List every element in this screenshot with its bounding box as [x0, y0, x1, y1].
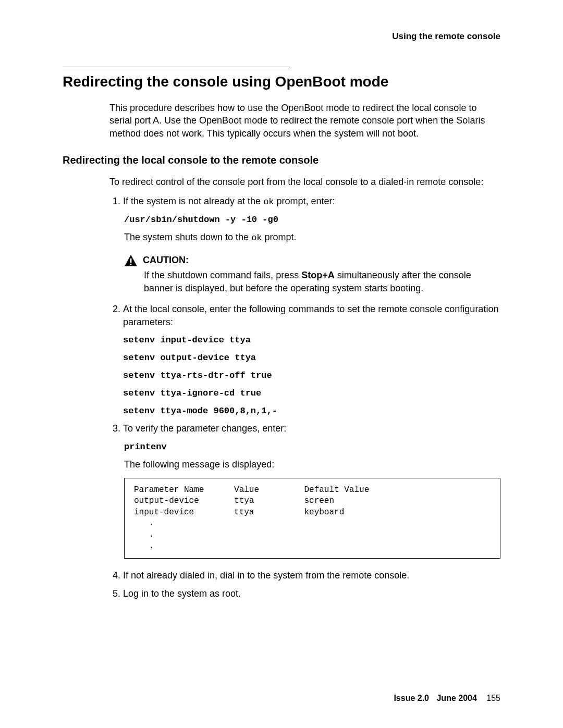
caution-key: Stop+A: [301, 270, 335, 280]
printenv-command: printenv: [124, 441, 500, 453]
caution-text: If the shutdown command fails, press Sto…: [144, 269, 500, 294]
section-title: Redirecting the console using OpenBoot m…: [63, 73, 500, 90]
procedure-block: To redirect control of the console port …: [109, 177, 500, 601]
caution-label: CAUTION:: [143, 254, 189, 267]
step-2: At the local console, enter the followin…: [123, 303, 500, 417]
step1-result-pre: The system shuts down to the: [124, 232, 251, 242]
ok-prompt: ok: [263, 197, 274, 207]
shutdown-command: /usr/sbin/shutdown -y -i0 -g0: [124, 214, 500, 226]
step3-result: The following message is displayed:: [124, 458, 500, 471]
step-3: To verify the parameter changes, enter: …: [123, 422, 500, 559]
subsection-heading: Redirecting the local console to the rem…: [63, 154, 500, 166]
setenv-cmd-4: setenv ttya-ignore-cd true: [123, 387, 500, 400]
step-5: Log in to the system as root.: [123, 587, 500, 600]
caution-pre: If the shutdown command fails, press: [144, 270, 301, 280]
svg-rect-2: [130, 264, 132, 265]
step1-result-post: prompt.: [262, 232, 297, 242]
svg-rect-1: [130, 258, 132, 263]
ok-prompt-2: ok: [251, 233, 262, 243]
caution-header: CAUTION:: [124, 254, 500, 267]
setenv-cmd-2: setenv output-device ttya: [123, 352, 500, 364]
step2-text: At the local console, enter the followin…: [123, 304, 498, 327]
footer-issue: Issue 2.0: [394, 694, 429, 702]
step1-pre: If the system is not already at the: [123, 196, 263, 206]
running-head: Using the remote console: [63, 31, 500, 42]
footer-page-number: 155: [486, 694, 500, 702]
intro-paragraph: This procedure describes how to use the …: [109, 102, 500, 140]
document-page: Using the remote console Redirecting the…: [0, 0, 563, 728]
setenv-cmd-3: setenv ttya-rts-dtr-off true: [123, 369, 500, 382]
warning-icon: [124, 254, 138, 267]
setenv-block: setenv input-device ttya setenv output-d…: [123, 334, 500, 417]
step1-result: The system shuts down to the ok prompt.: [124, 231, 500, 244]
setenv-cmd-1: setenv input-device ttya: [123, 334, 500, 347]
step-1: If the system is not already at the ok p…: [123, 195, 500, 294]
step3-text: To verify the parameter changes, enter:: [123, 423, 286, 434]
setenv-cmd-5: setenv ttya-mode 9600,8,n,1,-: [123, 405, 500, 417]
step-list: If the system is not already at the ok p…: [109, 195, 500, 601]
step-4: If not already dialed in, dial in to the…: [123, 569, 500, 582]
intro-block: This procedure describes how to use the …: [109, 102, 500, 140]
footer-date: June 2004: [436, 694, 476, 702]
section-rule: [63, 67, 290, 67]
step1-post: prompt, enter:: [274, 196, 335, 206]
page-footer: Issue 2.0 June 2004 155: [394, 694, 500, 703]
printenv-output: Parameter Name Value Default Value outpu…: [124, 478, 500, 559]
lead-paragraph: To redirect control of the console port …: [109, 177, 500, 188]
